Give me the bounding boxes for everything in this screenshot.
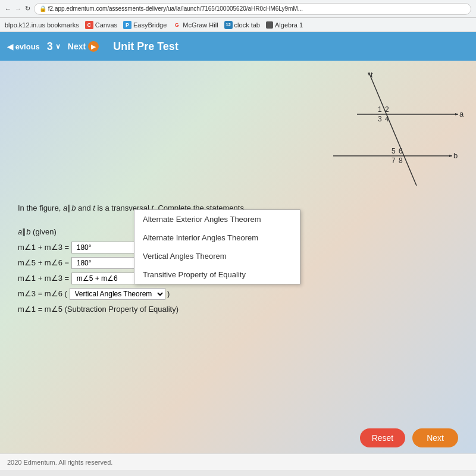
main-content: t a b 1 2 3 4 5 6 7 8 In the figure, a∥b… xyxy=(0,61,476,453)
copyright-text: 2020 Edmentum. All rights reserved. xyxy=(7,459,112,466)
svg-text:1: 1 xyxy=(378,105,382,114)
next-action-label: Next xyxy=(427,433,444,443)
nav-forward-icon[interactable]: → xyxy=(15,5,21,12)
svg-marker-3 xyxy=(455,113,458,115)
svg-text:2: 2 xyxy=(385,105,389,114)
bookmark-canvas-label: Canvas xyxy=(95,21,117,29)
canvas-icon: C xyxy=(85,21,93,29)
svg-text:5: 5 xyxy=(392,147,396,155)
bookmark-algebra[interactable]: Algebra 1 xyxy=(266,21,303,29)
dropdown-item-alternate-exterior[interactable]: Alternate Exterior Angles Theorem xyxy=(134,210,300,228)
previous-label: ◀ evious xyxy=(7,42,40,51)
question-number: 3 xyxy=(47,40,53,53)
dropdown-item-vertical-angles[interactable]: Vertical Angles Theorem xyxy=(134,247,300,265)
algebra-icon xyxy=(266,21,273,29)
svg-text:t: t xyxy=(371,70,373,79)
lock-icon: 🔒 xyxy=(39,5,46,12)
bookmark-mcgrawhill-label: McGraw Hill xyxy=(183,21,218,29)
footer: 2020 Edmentum. All rights reserved. xyxy=(0,453,476,470)
svg-text:6: 6 xyxy=(399,147,403,155)
bookmark-easybridge[interactable]: P EasyBridge xyxy=(123,21,167,29)
bookmark-mcgrawhill[interactable]: G McGraw Hill xyxy=(173,21,218,29)
select-line5[interactable]: Vertical Angles Theorem xyxy=(70,288,165,300)
bookmark-canvas[interactable]: C Canvas xyxy=(85,21,117,29)
bookmark-algebra-label: Algebra 1 xyxy=(275,21,303,29)
dropdown-menu: Alternate Exterior Angles Theorem Altern… xyxy=(134,209,300,284)
bookmarks-bar: blpo.k12.in.us bookmarks C Canvas P Easy… xyxy=(0,18,476,32)
dropdown-item-alternate-interior[interactable]: Alternate Interior Angles Theorem xyxy=(134,228,300,247)
svg-text:b: b xyxy=(453,151,458,160)
nav-back-icon[interactable]: ← xyxy=(5,5,11,12)
easybridge-icon: P xyxy=(123,21,131,29)
google-icon: G xyxy=(173,21,181,29)
dropdown-item-transitive[interactable]: Transitive Property of Equality xyxy=(134,265,300,284)
reset-label: Reset xyxy=(372,433,394,443)
reload-icon[interactable]: ↻ xyxy=(25,5,30,12)
next-label: Next xyxy=(68,42,86,51)
svg-text:a: a xyxy=(459,109,464,118)
page-title: Unit Pre Test xyxy=(113,40,178,53)
browser-bar: ← → ↻ 🔒 f2.app.edmentum.com/assessments-… xyxy=(0,0,476,18)
svg-text:8: 8 xyxy=(399,156,403,165)
bookmark-easybridge-label: EasyBridge xyxy=(133,21,167,29)
action-bar: Reset Next xyxy=(360,428,458,447)
url-bar[interactable]: 🔒 f2.app.edmentum.com/assessments-delive… xyxy=(34,3,471,15)
svg-line-0 xyxy=(369,73,416,186)
app-header: ◀ evious 3 ∨ Next ▶ Unit Pre Test xyxy=(0,32,476,61)
reset-button[interactable]: Reset xyxy=(360,428,406,447)
question-number-selector[interactable]: 3 ∨ xyxy=(47,40,61,53)
previous-button[interactable]: ◀ evious xyxy=(7,42,40,51)
next-button-header[interactable]: Next ▶ xyxy=(68,41,99,52)
bookmark-blpo[interactable]: blpo.k12.in.us bookmarks xyxy=(5,21,79,29)
url-text: f2.app.edmentum.com/assessments-delivery… xyxy=(48,5,303,12)
statement-line5: m∠3 = m∠6 ( Vertical Angles Theorem ) xyxy=(18,286,464,302)
next-circle-icon: ▶ xyxy=(88,41,99,52)
bookmark-clocktab-label: clock tab xyxy=(234,21,260,29)
bookmark-clocktab[interactable]: 12 clock tab xyxy=(224,21,260,29)
svg-text:7: 7 xyxy=(392,156,396,165)
bookmark-blpo-label: blpo.k12.in.us bookmarks xyxy=(5,21,79,29)
next-action-button[interactable]: Next xyxy=(412,428,458,447)
statement-line6: m∠1 = m∠5 (Subtraction Property of Equal… xyxy=(18,302,464,317)
svg-text:3: 3 xyxy=(378,115,382,123)
svg-text:4: 4 xyxy=(385,115,389,123)
clock-icon: 12 xyxy=(224,21,233,29)
chevron-down-icon: ∨ xyxy=(55,42,61,51)
svg-marker-4 xyxy=(449,155,452,157)
geometry-diagram: t a b 1 2 3 4 5 6 7 8 xyxy=(262,67,464,203)
